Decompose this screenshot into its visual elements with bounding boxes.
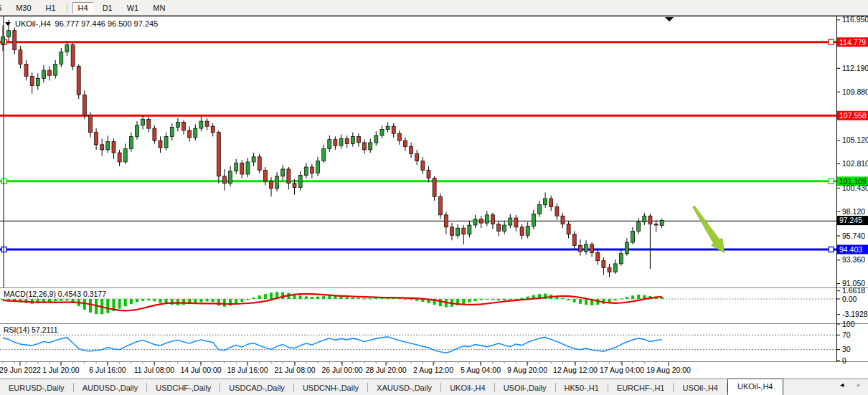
time-tick-label: 12 Aug 12:00	[553, 366, 598, 374]
tab-usdchf-daily[interactable]: USDCHF-,Daily	[147, 381, 220, 395]
time-tick-label: 5 Aug 04:00	[461, 366, 501, 374]
tab-hk50-h1[interactable]: HK50-,H1	[556, 381, 608, 395]
price-tick-label: 98.120	[842, 207, 865, 216]
time-tick-label: 29 Jun 2022	[0, 366, 41, 374]
line-handle[interactable]	[829, 247, 834, 252]
time-tick-label: 21 Jul 08:00	[274, 366, 315, 374]
price-tick-label: 95.740	[842, 232, 865, 240]
price-tick-label: 93.360	[842, 255, 865, 264]
time-tick-label: 28 Jul 20:00	[365, 366, 406, 374]
price-tick-label: 112.190	[842, 64, 868, 72]
tab-audusd-daily[interactable]: AUDUSD-,Daily	[74, 381, 147, 395]
time-tick-label: 17 Aug 04:00	[600, 366, 644, 374]
price-badge-label: 114.779	[839, 38, 866, 47]
price-badge-label: 97.245	[839, 216, 862, 224]
timeframe-button-w1[interactable]: W1	[121, 2, 145, 14]
line-handle[interactable]	[829, 179, 834, 184]
macd-axis-label: -3.1928	[842, 310, 868, 318]
timeframe-button-h4[interactable]: H4	[72, 2, 94, 14]
tab-eurusd-daily[interactable]: EURUSD-,Daily	[0, 381, 73, 395]
price-tick-label: 116.950	[842, 15, 868, 24]
time-tick-label: 9 Aug 20:00	[507, 366, 547, 374]
chart-title: UKOil-,H4 96.777 97.446 96.500 97.245	[5, 19, 158, 28]
tab-usoil-daily[interactable]: USOil-,Daily	[495, 381, 555, 395]
time-tick-label: 6 Jul 16:00	[89, 366, 126, 374]
tabs-scroll-right-icon[interactable]: ►	[856, 382, 862, 389]
rsi-axis-label: 0	[842, 356, 846, 365]
chart-title-ohlc: 96.777 97.446 96.500 97.245	[55, 19, 159, 28]
time-tick-label: 18 Jul 16:00	[227, 366, 268, 374]
price-tick-label: 109.880	[842, 87, 868, 96]
tab-usoil-h4[interactable]: USOil-,H4	[674, 381, 727, 395]
price-badge-label: 107.558	[839, 111, 867, 120]
time-tick-label: 11 Jul 08:00	[134, 366, 175, 374]
timeframe-button-mn[interactable]: MN	[147, 2, 171, 14]
timeframe-button-h1[interactable]: H1	[40, 2, 62, 14]
timeframe-button-m30[interactable]: M30	[10, 2, 37, 14]
tabs-scroll-left-icon[interactable]: ◄	[839, 382, 845, 389]
price-tick-label: 105.120	[842, 135, 868, 144]
timeframe-button-d1[interactable]: D1	[97, 2, 118, 14]
toolbar-separator	[67, 3, 67, 13]
time-tick-label: 1 Jul 20:00	[42, 366, 80, 374]
macd-axis-label: 1.6618	[842, 286, 865, 295]
time-tick-label: 19 Aug 20:00	[646, 366, 691, 374]
time-tick-label: 26 Jul 00:00	[321, 366, 362, 374]
tab-eurchf-h1[interactable]: EURCHF-,H1	[608, 381, 674, 395]
price-axis	[836, 20, 868, 284]
trading-terminal-window: 116.950112.190109.880105.120102.810100.4…	[0, 0, 868, 395]
tab-usdcnh-daily[interactable]: USDCNH-,Daily	[294, 381, 367, 395]
time-tick-label: 14 Jul 00:00	[180, 366, 221, 374]
rsi-axis-label: 100	[842, 320, 855, 328]
rsi-line	[3, 337, 662, 353]
tab-ukoil-h4[interactable]: UKOil-,H4	[441, 381, 494, 395]
tab-scroll-controls: ◄ ►	[839, 382, 862, 389]
price-tick-label: 102.810	[842, 159, 868, 168]
rsi-axis-label: 30	[842, 345, 851, 353]
rsi-indicator-label: RSI(14) 57.2111	[4, 325, 58, 334]
price-badge-label: 94.403	[839, 245, 862, 254]
tab-xauusd-daily[interactable]: XAUUSD-,Daily	[368, 381, 440, 395]
chart-canvas: 116.950112.190109.880105.120102.810100.4…	[0, 0, 868, 395]
tab-usdcad-daily[interactable]: USDCAD-,Daily	[220, 381, 293, 395]
time-tick-label: 2 Aug 12:00	[413, 366, 453, 374]
chevron-down-icon	[5, 22, 11, 26]
timeframe-toolbar: 5M30H1H4D1W1MN	[0, 0, 868, 16]
line-handle[interactable]	[829, 39, 834, 44]
chart-title-symbol: UKOil-,H4	[15, 19, 51, 28]
timeframe-button-5[interactable]: 5	[0, 2, 7, 14]
macd-indicator-label: MACD(12,26,9) 0.4543 0.3177	[4, 290, 106, 298]
price-badge-label: 101.109	[839, 177, 867, 186]
macd-axis-label: 0.00	[842, 295, 857, 303]
tab-ukoil-h4[interactable]: UKOil-,H4	[727, 379, 783, 395]
rsi-axis-label: 70	[842, 330, 851, 339]
symbol-tab-bar: EURUSD-,DailyAUDUSD-,DailyUSDCHF-,DailyU…	[0, 379, 868, 395]
